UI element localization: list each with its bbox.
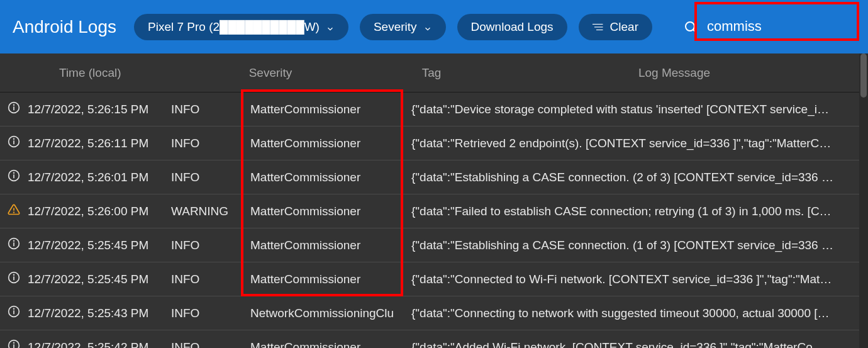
- svg-point-13: [14, 172, 14, 173]
- row-message: {"data":"Establishing a CASE connection.…: [411, 239, 868, 252]
- svg-line-4: [693, 30, 696, 33]
- col-time-header: Time (local): [28, 66, 171, 80]
- row-time: 12/7/2022, 5:26:15 PM: [28, 103, 171, 116]
- col-message-header: Log Message: [481, 66, 868, 80]
- row-message: {"data":"Added Wi-Fi network. [CONTEXT s…: [411, 340, 868, 349]
- download-logs-button[interactable]: Download Logs: [457, 14, 567, 40]
- row-icon-cell: [0, 101, 28, 117]
- row-message: {"data":"Establishing a CASE connection.…: [411, 171, 868, 184]
- row-time: 12/7/2022, 5:26:11 PM: [28, 137, 171, 150]
- row-message: {"data":"Retrieved 2 endpoint(s). [CONTE…: [411, 137, 868, 150]
- row-severity: INFO: [171, 306, 250, 320]
- page-title: Android Logs: [13, 17, 116, 37]
- table-header: Time (local) Severity Tag Log Message: [0, 53, 868, 93]
- search-container: [683, 14, 855, 39]
- info-icon: [8, 237, 20, 253]
- svg-point-18: [14, 240, 14, 241]
- clear-label: Clear: [610, 20, 638, 34]
- row-icon-cell: [0, 169, 28, 185]
- row-severity: INFO: [171, 272, 250, 286]
- row-icon-cell: [0, 203, 28, 219]
- row-tag: MatterCommissioner: [250, 272, 411, 286]
- scrollbar-thumb[interactable]: [860, 53, 867, 98]
- row-severity: INFO: [171, 103, 250, 116]
- device-label: Pixel 7 Pro (2██████████W): [148, 20, 320, 34]
- svg-point-24: [14, 308, 14, 309]
- row-time: 12/7/2022, 5:25:42 PM: [28, 340, 171, 349]
- info-icon: [8, 271, 20, 287]
- chevron-down-icon: [326, 23, 335, 31]
- row-severity: INFO: [171, 340, 250, 349]
- header-bar: Android Logs Pixel 7 Pro (2██████████W) …: [0, 0, 868, 53]
- severity-filter[interactable]: Severity: [360, 14, 446, 40]
- table-row[interactable]: 12/7/2022, 5:26:01 PMINFOMatterCommissio…: [0, 160, 868, 194]
- rows-container: 12/7/2022, 5:26:15 PMINFOMatterCommissio…: [0, 93, 868, 348]
- row-time: 12/7/2022, 5:25:43 PM: [28, 306, 171, 320]
- svg-point-15: [14, 212, 14, 213]
- row-icon-cell: [0, 237, 28, 253]
- info-icon: [8, 305, 20, 321]
- table-row[interactable]: 12/7/2022, 5:25:45 PMINFOMatterCommissio…: [0, 228, 868, 262]
- table-row[interactable]: 12/7/2022, 5:25:43 PMINFONetworkCommissi…: [0, 296, 868, 330]
- download-label: Download Logs: [471, 20, 554, 34]
- row-message: {"data":"Device storage completed with s…: [411, 103, 868, 116]
- row-icon-cell: [0, 271, 28, 287]
- row-time: 12/7/2022, 5:25:45 PM: [28, 239, 171, 252]
- table-row[interactable]: 12/7/2022, 5:26:15 PMINFOMatterCommissio…: [0, 93, 868, 126]
- table-row[interactable]: 12/7/2022, 5:26:11 PMINFOMatterCommissio…: [0, 126, 868, 160]
- row-tag: MatterCommissioner: [250, 239, 411, 252]
- col-tag-header: Tag: [320, 66, 481, 80]
- row-tag: MatterCommissioner: [250, 340, 411, 349]
- row-severity: INFO: [171, 239, 250, 252]
- warning-icon: [8, 203, 20, 219]
- row-icon-cell: [0, 305, 28, 321]
- table-row[interactable]: 12/7/2022, 5:25:42 PMINFOMatterCommissio…: [0, 330, 868, 348]
- row-tag: MatterCommissioner: [250, 205, 411, 218]
- svg-point-27: [14, 342, 14, 343]
- severity-label: Severity: [374, 20, 417, 34]
- row-icon-cell: [0, 339, 28, 348]
- info-icon: [8, 339, 20, 348]
- row-severity: WARNING: [171, 205, 250, 218]
- table-row[interactable]: 12/7/2022, 5:25:45 PMINFOMatterCommissio…: [0, 262, 868, 296]
- col-severity-header: Severity: [171, 66, 320, 80]
- row-message: {"data":"Connected to Wi-Fi network. [CO…: [411, 272, 868, 286]
- row-message: {"data":"Failed to establish CASE connec…: [411, 205, 868, 218]
- device-selector[interactable]: Pixel 7 Pro (2██████████W): [134, 14, 348, 40]
- row-severity: INFO: [171, 171, 250, 184]
- row-time: 12/7/2022, 5:25:45 PM: [28, 272, 171, 286]
- row-tag: NetworkCommissioningClu: [250, 306, 411, 320]
- row-tag: MatterCommissioner: [250, 103, 411, 116]
- chevron-down-icon: [423, 23, 432, 31]
- row-message: {"data":"Connecting to network with sugg…: [411, 306, 868, 320]
- clear-button[interactable]: Clear: [579, 14, 652, 40]
- search-icon: [683, 20, 698, 35]
- svg-point-10: [14, 138, 14, 139]
- svg-point-3: [686, 22, 694, 31]
- info-icon: [8, 135, 20, 151]
- row-time: 12/7/2022, 5:26:01 PM: [28, 171, 171, 184]
- row-time: 12/7/2022, 5:26:00 PM: [28, 205, 171, 218]
- info-icon: [8, 169, 20, 185]
- svg-point-7: [14, 104, 14, 105]
- log-table: Time (local) Severity Tag Log Message 12…: [0, 53, 868, 348]
- search-input[interactable]: [704, 14, 855, 39]
- svg-point-21: [14, 274, 14, 275]
- row-severity: INFO: [171, 137, 250, 150]
- clear-icon: [593, 23, 604, 31]
- info-icon: [8, 101, 20, 117]
- table-row[interactable]: 12/7/2022, 5:26:00 PMWARNINGMatterCommis…: [0, 194, 868, 228]
- row-icon-cell: [0, 135, 28, 151]
- row-tag: MatterCommissioner: [250, 137, 411, 150]
- scrollbar[interactable]: [859, 53, 868, 348]
- row-tag: MatterCommissioner: [250, 171, 411, 184]
